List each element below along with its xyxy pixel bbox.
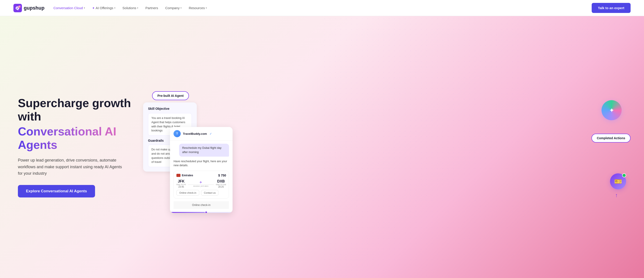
arrival-city: DXB May 23 Sat 20:25: [216, 179, 226, 188]
arrival-code: DXB: [216, 179, 226, 183]
chat-header: T TravelBuddy.com ✓: [170, 127, 232, 140]
verified-icon: ✓: [210, 132, 212, 136]
nav-conversation-cloud[interactable]: Conversation Cloud ▾: [54, 6, 85, 10]
flight-price: $ 750: [218, 174, 226, 177]
chat-progress-bar: [170, 212, 208, 213]
nav-resources[interactable]: Resources ▾: [189, 6, 207, 10]
plane-icon: ✈: [200, 180, 202, 184]
status-dot-icon: [622, 173, 626, 177]
sparkle-orb-icon: [602, 100, 622, 120]
airline-logo: Emirates: [176, 174, 193, 177]
hero-right: Pre-built AI Agent Skill Objective You a…: [143, 87, 630, 207]
hero-title-line1: Supercharge growth with: [18, 97, 143, 123]
chat-user-message: Reschedule my Dubai flight day after mor…: [179, 144, 229, 157]
chat-progress-bar-container: [170, 212, 232, 213]
logo-text: gupshup: [24, 5, 44, 11]
flight-line: [188, 184, 214, 185]
arrow-up-icon: ↑: [615, 192, 618, 198]
departure-code: JFK: [176, 179, 186, 183]
nav-label: Partners: [145, 6, 158, 10]
chevron-down-icon: ▾: [84, 7, 85, 9]
nav-label: Solutions: [122, 6, 136, 10]
departure-time: 23:45: [176, 186, 186, 188]
ticket-icon: 🎫: [614, 178, 622, 185]
hero-title-line2: Conversational AI Agents: [18, 125, 143, 152]
airline-name: Emirates: [182, 174, 193, 177]
hero-description: Power up lead generation, drive conversi…: [18, 157, 125, 177]
nav-solutions[interactable]: Solutions ▾: [122, 6, 138, 10]
flight-card-header: Emirates $ 750: [176, 174, 226, 177]
flight-number: EK0202 | B73 BKS: [194, 185, 208, 187]
nav-links: Conversation Cloud ▾ ✦ AI Offerings ▾ So…: [54, 6, 592, 10]
flight-details-card: Emirates $ 750 JFK May 22 Fri 23:45 ✈: [174, 171, 229, 199]
hero-section: Supercharge growth with Conversational A…: [0, 16, 644, 278]
departure-date: May 22 Fri: [176, 183, 186, 186]
progress-dot: [205, 211, 208, 213]
nav-label: Resources: [189, 6, 205, 10]
departure-city: JFK May 22 Fri 23:45: [176, 179, 186, 188]
chevron-down-icon: ▾: [180, 7, 182, 9]
talk-to-expert-button[interactable]: Talk to an expert: [592, 3, 630, 13]
chat-footer-checkin-button[interactable]: Online check-in: [174, 201, 229, 209]
hero-left: Supercharge growth with Conversational A…: [18, 97, 143, 197]
airline-color-bar: [176, 174, 180, 177]
nav-ai-offerings[interactable]: ✦ AI Offerings ▾: [92, 6, 116, 10]
explore-agents-button[interactable]: Explore Conversational AI Agents: [18, 185, 95, 197]
spark-icon: ✦: [92, 6, 95, 10]
flight-action-buttons: Online check-in Contact us: [176, 190, 226, 196]
chat-avatar: T: [174, 130, 181, 137]
skill-objective-title: Skill Objective: [148, 107, 192, 111]
chat-body: Reschedule my Dubai flight day after mor…: [170, 140, 232, 212]
chevron-down-icon: ▾: [137, 7, 138, 9]
prebuilt-ai-agent-badge: Pre-built AI Agent: [152, 91, 189, 100]
flight-route: JFK May 22 Fri 23:45 ✈ EK0202 | B73 BKS …: [176, 179, 226, 188]
navbar: gupshup Conversation Cloud ▾ ✦ AI Offeri…: [0, 0, 644, 16]
nav-label: Company: [165, 6, 180, 10]
nav-label: AI Offerings: [96, 6, 113, 10]
arrival-time: 20:25: [216, 186, 226, 188]
ticket-icon-container: 🎫: [610, 173, 626, 189]
chevron-down-icon: ▾: [114, 7, 116, 9]
arrival-date: May 23 Sat: [216, 183, 226, 186]
nav-label: Conversation Cloud: [54, 6, 83, 10]
nav-company[interactable]: Company ▾: [165, 6, 182, 10]
online-checkin-button[interactable]: Online check-in: [176, 190, 199, 196]
nav-partners[interactable]: Partners: [145, 6, 158, 10]
contact-us-button[interactable]: Contact us: [201, 190, 219, 196]
chevron-down-icon: ▾: [206, 7, 207, 9]
flight-arrow: ✈ EK0202 | B73 BKS: [186, 180, 216, 187]
chat-card: T TravelBuddy.com ✓ Reschedule my Dubai …: [170, 127, 232, 213]
chat-site-name: TravelBuddy.com: [183, 132, 207, 136]
chat-bot-response: Have rescheduled your flight, here are y…: [174, 159, 229, 168]
completed-actions-badge: Completed Actions: [592, 134, 630, 142]
gupshup-logo-icon: [14, 4, 22, 12]
logo[interactable]: gupshup: [14, 4, 44, 12]
